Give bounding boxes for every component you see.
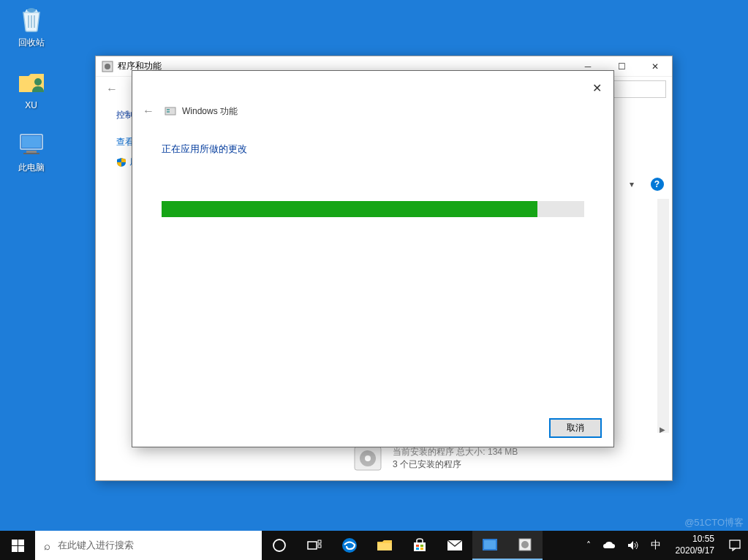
desktop-icons: 回收站 XU 此电脑 <box>4 4 58 174</box>
svg-rect-27 <box>416 548 419 550</box>
progress-bar <box>162 201 584 217</box>
svg-rect-12 <box>167 109 170 110</box>
desktop-icon-xu-folder[interactable]: XU <box>4 67 58 110</box>
progress-fill <box>162 201 537 217</box>
watermark: @51CTO博客 <box>684 516 744 529</box>
action-center-icon[interactable] <box>726 540 744 551</box>
svg-rect-20 <box>318 540 321 543</box>
svg-rect-4 <box>26 151 37 153</box>
status-text: 正在应用所做的更改 <box>162 143 613 156</box>
desktop-icon-recycle-bin[interactable]: 回收站 <box>4 4 58 49</box>
search-placeholder: 在此键入进行搜索 <box>58 539 134 552</box>
svg-rect-14 <box>12 540 18 545</box>
help-icon[interactable]: ? <box>651 178 664 191</box>
svg-rect-23 <box>377 543 392 550</box>
svg-rect-3 <box>22 136 41 148</box>
shield-icon <box>116 157 126 167</box>
svg-rect-13 <box>167 111 170 113</box>
taskbar: ⌕ 在此键入进行搜索 ˄ 中 10:55 2020/9/17 <box>0 531 748 560</box>
svg-rect-17 <box>18 546 24 552</box>
svg-rect-34 <box>730 540 740 548</box>
search-icon: ⌕ <box>44 540 50 552</box>
tray-ime-indicator[interactable]: 中 <box>648 539 664 552</box>
svg-rect-28 <box>420 548 423 550</box>
svg-rect-24 <box>414 542 426 551</box>
footer-count: 3 个已安装的程序 <box>393 458 518 471</box>
svg-point-0 <box>27 8 36 12</box>
svg-rect-26 <box>420 545 423 547</box>
windows-features-dialog: ✕ ← Windows 功能 正在应用所做的更改 取消 <box>132 70 614 447</box>
svg-rect-19 <box>308 542 317 549</box>
tray-onedrive-icon[interactable] <box>600 541 619 550</box>
svg-point-10 <box>365 455 371 461</box>
vertical-scrollbar[interactable] <box>657 199 669 433</box>
icon-label: XU <box>25 100 37 110</box>
taskbar-app-1[interactable] <box>472 531 507 560</box>
task-view-icon[interactable] <box>297 531 332 560</box>
svg-point-33 <box>521 541 529 548</box>
taskbar-app-2[interactable] <box>507 531 543 560</box>
icon-label: 此电脑 <box>18 162 45 174</box>
tray-overflow-icon[interactable]: ˄ <box>583 540 594 550</box>
dialog-close-button[interactable]: ✕ <box>589 78 605 98</box>
file-explorer-icon[interactable] <box>367 531 402 560</box>
dialog-back-button[interactable]: ← <box>140 102 157 121</box>
mail-icon[interactable] <box>437 531 472 560</box>
footer-summary: 当前安装的程序 总大小: 134 MB <box>393 446 518 458</box>
svg-rect-25 <box>416 545 419 547</box>
start-button[interactable] <box>0 531 35 560</box>
this-pc-icon <box>16 129 47 159</box>
cortana-icon[interactable] <box>262 531 297 560</box>
svg-rect-16 <box>12 546 18 552</box>
taskbar-search[interactable]: ⌕ 在此键入进行搜索 <box>35 531 262 560</box>
view-toolbar: ▾ ? <box>621 173 672 195</box>
clock-date: 2020/9/17 <box>676 545 714 557</box>
taskbar-clock[interactable]: 10:55 2020/9/17 <box>670 534 720 556</box>
desktop-icon-this-pc[interactable]: 此电脑 <box>4 129 58 174</box>
svg-rect-21 <box>318 545 321 548</box>
cancel-button[interactable]: 取消 <box>549 418 602 438</box>
svg-rect-31 <box>484 540 496 549</box>
store-icon[interactable] <box>402 531 437 560</box>
clock-time: 10:55 <box>676 534 714 545</box>
svg-rect-5 <box>23 153 39 154</box>
tray-volume-icon[interactable] <box>624 540 642 550</box>
icon-label: 回收站 <box>18 37 45 49</box>
recycle-bin-icon <box>16 4 47 34</box>
window-close-button[interactable]: ✕ <box>638 56 672 77</box>
features-icon <box>165 105 176 117</box>
svg-rect-15 <box>18 540 24 545</box>
programs-icon <box>102 61 113 72</box>
view-dropdown-icon[interactable]: ▾ <box>630 179 634 189</box>
system-tray: ˄ 中 10:55 2020/9/17 <box>579 534 748 556</box>
nav-back-button[interactable]: ← <box>102 81 122 97</box>
svg-point-1 <box>34 78 42 86</box>
svg-point-18 <box>273 540 285 551</box>
dialog-title: Windows 功能 <box>165 105 238 118</box>
edge-icon[interactable] <box>332 531 367 560</box>
folder-user-icon <box>16 67 47 98</box>
svg-point-7 <box>105 64 110 69</box>
